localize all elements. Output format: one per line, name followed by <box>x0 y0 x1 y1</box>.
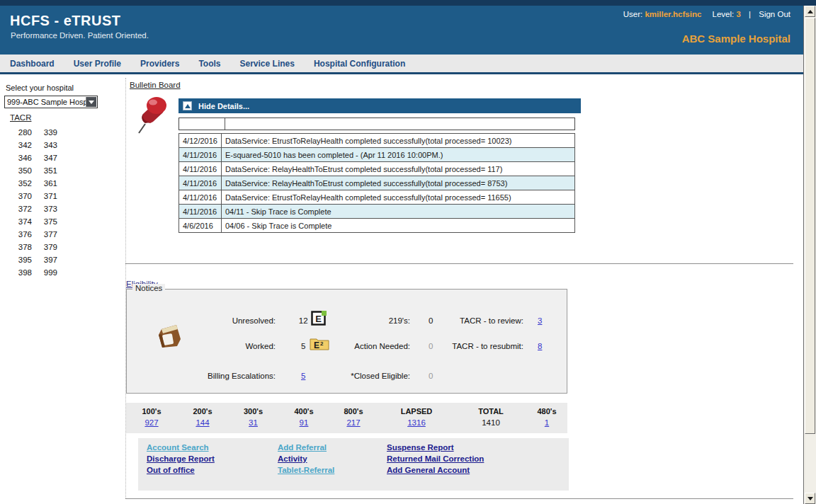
tacr-link[interactable]: TACR <box>10 113 31 122</box>
nav-tools[interactable]: Tools <box>198 59 220 69</box>
hospital-select[interactable]: 999-ABC Sample Hosp <box>4 96 98 108</box>
user-bar: User: kmiller.hcfsinc Level: 3 | Sign Ou… <box>623 10 790 18</box>
out-of-office-link[interactable]: Out of office <box>147 466 215 474</box>
tacr-code[interactable]: 343 <box>35 141 57 149</box>
tacr-code[interactable]: 346 <box>10 154 32 162</box>
tacr-code[interactable]: 999 <box>35 268 57 277</box>
hospital-select-value: 999-ABC Sample Hosp <box>7 98 88 106</box>
tacr-code[interactable]: 373 <box>35 205 57 213</box>
tacr-code[interactable]: 342 <box>10 141 32 149</box>
user-label: User: <box>623 10 642 18</box>
scroll-down-icon[interactable] <box>805 493 815 504</box>
quick-links-col-1: Account Search Discharge Report Out of o… <box>147 443 215 474</box>
bucket-lapsed: LAPSED 1316 <box>378 407 455 433</box>
nav-user-profile[interactable]: User Profile <box>74 59 121 69</box>
bucket-label: LAPSED <box>378 407 455 416</box>
bulletin-header-row <box>178 118 575 130</box>
bulletin-board-link[interactable]: Bulletin Board <box>130 81 181 89</box>
bottom-divider <box>125 498 793 499</box>
select-dropdown-icon[interactable] <box>86 97 96 107</box>
bucket-label: 300's <box>228 407 278 416</box>
notice-row: 219's: 0 <box>339 316 438 325</box>
tacr-code[interactable]: 377 <box>35 230 57 239</box>
bulletin-date: 4/11/2016 <box>179 148 222 162</box>
tacr-code[interactable]: 376 <box>10 230 32 239</box>
suspense-report-link[interactable]: Suspense Report <box>387 443 484 452</box>
tacr-code[interactable]: 371 <box>35 192 57 200</box>
notice-row: TACR - to review: 3 <box>446 316 545 325</box>
bucket-count-link[interactable]: 31 <box>249 418 258 427</box>
table-row: 4/11/2016 04/11 - Skip Trace is Complete <box>179 205 575 219</box>
bucket-count-link[interactable]: 1316 <box>407 418 426 427</box>
hide-details-label[interactable]: Hide Details... <box>198 102 249 110</box>
219s-label: 219's: <box>339 316 410 325</box>
tacr-code[interactable]: 347 <box>35 154 57 162</box>
scrollbar-thumb[interactable] <box>805 18 815 434</box>
nav-service-lines[interactable]: Service Lines <box>240 59 295 69</box>
sign-out-link[interactable]: Sign Out <box>759 10 790 18</box>
activity-link[interactable]: Activity <box>278 454 334 463</box>
svg-text:2: 2 <box>320 340 324 347</box>
bucket-300s: 300's 31 <box>228 407 278 433</box>
notice-row: TACR - to resubmit: 8 <box>446 342 545 350</box>
tacr-code[interactable]: 374 <box>10 217 32 226</box>
userbar-divider: | <box>749 10 751 18</box>
bucket-count-link[interactable]: 927 <box>144 418 158 427</box>
tacr-code[interactable]: 351 <box>35 166 57 175</box>
tablet-referral-link[interactable]: Tablet-Referral <box>278 466 334 474</box>
tacr-code[interactable]: 370 <box>10 192 32 200</box>
tacr-code[interactable]: 375 <box>35 217 57 226</box>
tacr-review-label: TACR - to review: <box>446 316 523 325</box>
tacr-code[interactable]: 395 <box>10 256 32 264</box>
notices-legend: Notices <box>132 284 165 292</box>
tacr-code[interactable]: 350 <box>10 166 32 175</box>
bulletin-date: 4/11/2016 <box>179 205 222 219</box>
add-referral-link[interactable]: Add Referral <box>278 443 334 452</box>
tacr-resubmit-link[interactable]: 8 <box>534 342 545 350</box>
bulletin-table: 4/12/2016 DataService: EtrustToRelayHeal… <box>178 133 575 233</box>
tacr-code[interactable]: 397 <box>35 256 57 264</box>
bucket-count-link[interactable]: 1 <box>545 418 549 427</box>
nav-hospital-configuration[interactable]: Hospital Configuration <box>314 59 405 69</box>
worked-label: Worked: <box>162 342 276 350</box>
sidebar-separator <box>125 78 126 498</box>
collapse-details-icon[interactable] <box>183 101 192 110</box>
account-search-link[interactable]: Account Search <box>147 443 215 452</box>
tacr-code[interactable]: 398 <box>10 268 32 277</box>
bucket-count-link[interactable]: 91 <box>300 418 309 427</box>
bucket-label: 800's <box>329 407 378 416</box>
bulletin-message: E-squared-5010 has been completed - (Apr… <box>222 148 575 162</box>
add-general-account-link[interactable]: Add General Account <box>387 466 484 474</box>
table-row: 4/11/2016 DataService: RelayHealthToEtru… <box>179 176 575 190</box>
tacr-code[interactable]: 379 <box>35 243 57 251</box>
username: kmiller.hcfsinc <box>645 10 701 18</box>
bucket-count-link[interactable]: 217 <box>346 418 360 427</box>
notice-row: Action Needed: 0 <box>339 342 438 350</box>
tacr-code[interactable]: 378 <box>10 243 32 251</box>
nav-dashboard[interactable]: Dashboard <box>10 59 55 69</box>
scroll-up-icon[interactable] <box>805 6 815 17</box>
tacr-code[interactable]: 339 <box>35 128 57 137</box>
tacr-code[interactable]: 352 <box>10 179 32 188</box>
bulletin-date: 4/12/2016 <box>179 134 222 148</box>
nav-providers[interactable]: Providers <box>140 59 179 69</box>
notice-row: *Closed Eligible: 0 <box>339 372 438 380</box>
notice-row: Worked: 5 <box>162 342 317 350</box>
svg-text:E: E <box>315 314 322 324</box>
notice-row: Unresolved: 12 <box>162 316 317 325</box>
bucket-100s: 100's 927 <box>126 407 177 433</box>
bulletin-message: DataService: RelayHealthToEtrust complet… <box>222 162 575 176</box>
tacr-code[interactable]: 372 <box>10 205 32 213</box>
returned-mail-correction-link[interactable]: Returned Mail Correction <box>387 454 484 463</box>
bucket-400s: 400's 91 <box>278 407 329 433</box>
billing-escalations-link[interactable]: 5 <box>289 372 317 380</box>
tacr-code[interactable]: 361 <box>35 179 57 188</box>
discharge-report-link[interactable]: Discharge Report <box>147 454 215 463</box>
table-row: 4/11/2016 DataService: RelayHealthToEtru… <box>179 162 575 176</box>
bucket-count-link[interactable]: 144 <box>196 418 209 427</box>
hospital-select-label: Select your hospital <box>6 84 74 92</box>
vertical-scrollbar[interactable] <box>803 6 816 504</box>
tacr-review-link[interactable]: 3 <box>534 316 545 325</box>
billing-escalations-label: Billing Escalations: <box>162 372 276 380</box>
tacr-code[interactable]: 280 <box>10 128 32 137</box>
